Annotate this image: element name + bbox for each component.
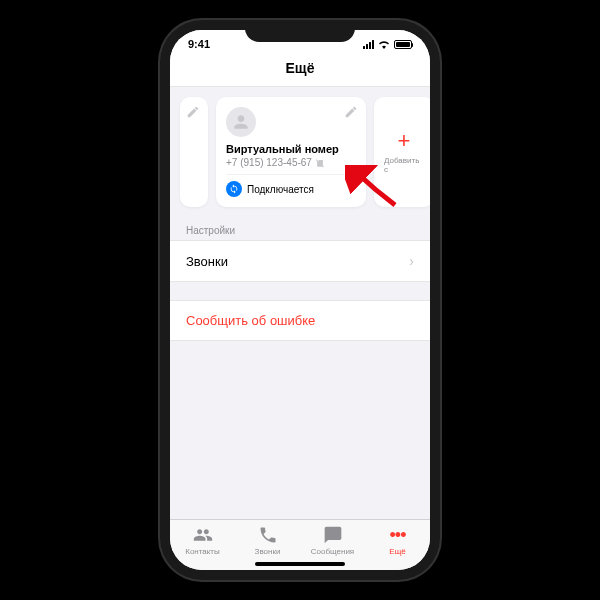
virtual-number-card[interactable]: Виртуальный номер +7 (915) 123-45-67 Под… (216, 97, 366, 207)
chat-icon (322, 524, 344, 546)
avatar (226, 107, 256, 137)
add-label: Добавить с (384, 156, 424, 174)
screen: 9:41 Ещё (170, 30, 430, 570)
plus-icon: + (398, 130, 411, 152)
number-cards-row[interactable]: Виртуальный номер +7 (915) 123-45-67 Под… (170, 87, 430, 217)
phone-frame: 9:41 Ещё (160, 20, 440, 580)
no-sim-icon (315, 158, 325, 168)
sync-icon (226, 181, 242, 197)
number-card-prev[interactable] (180, 97, 208, 207)
signal-icon (363, 40, 374, 49)
card-title: Виртуальный номер (226, 143, 356, 155)
tab-label: Звонки (255, 547, 281, 556)
battery-icon (394, 40, 412, 49)
tab-more[interactable]: ••• Ещё (365, 524, 430, 556)
status-time: 9:41 (188, 38, 210, 50)
page-header: Ещё (170, 54, 430, 87)
calls-settings-row[interactable]: Звонки › (170, 240, 430, 282)
phone-notch (245, 20, 355, 42)
tab-messages[interactable]: Сообщения (300, 524, 365, 556)
settings-section-label: Настройки (170, 217, 430, 240)
person-icon (231, 112, 251, 132)
report-label: Сообщить об ошибке (186, 313, 315, 328)
phone-icon (257, 524, 279, 546)
status-indicators (363, 40, 412, 49)
tab-contacts[interactable]: Контакты (170, 524, 235, 556)
tab-label: Сообщения (311, 547, 354, 556)
pencil-icon (186, 105, 200, 119)
home-indicator[interactable] (255, 562, 345, 566)
card-status: Подключается (226, 174, 356, 197)
status-text: Подключается (247, 184, 314, 195)
phone-number-text: +7 (915) 123-45-67 (226, 157, 312, 168)
tab-calls[interactable]: Звонки (235, 524, 300, 556)
tab-label: Контакты (185, 547, 220, 556)
report-error-button[interactable]: Сообщить об ошибке (170, 300, 430, 341)
content-area: Виртуальный номер +7 (915) 123-45-67 Под… (170, 87, 430, 519)
add-number-card[interactable]: + Добавить с (374, 97, 430, 207)
card-phone: +7 (915) 123-45-67 (226, 157, 356, 168)
wifi-icon (378, 40, 390, 49)
contacts-icon (192, 524, 214, 546)
chevron-right-icon: › (409, 253, 414, 269)
tab-label: Ещё (389, 547, 405, 556)
more-icon: ••• (387, 524, 409, 546)
pencil-icon[interactable] (344, 105, 358, 119)
page-title: Ещё (286, 60, 315, 76)
calls-label: Звонки (186, 254, 228, 269)
